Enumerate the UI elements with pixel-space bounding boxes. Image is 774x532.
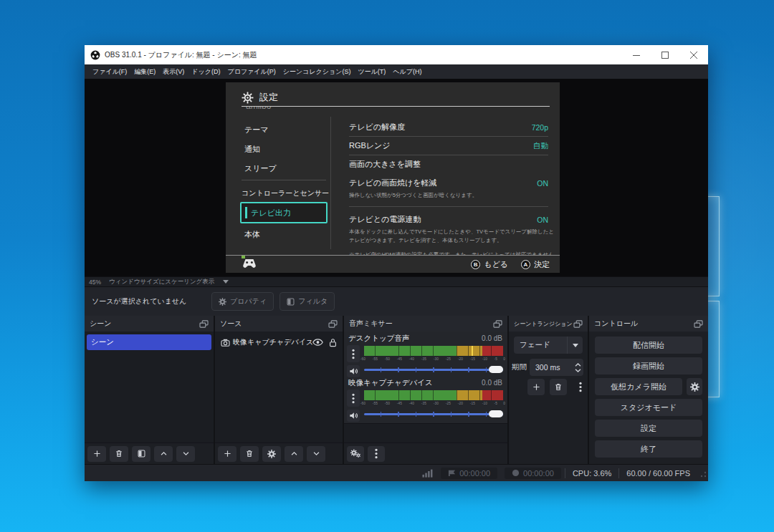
setting-row-rgb[interactable]: RGBレンジ自動: [349, 140, 548, 151]
move-source-up-button[interactable]: [285, 446, 303, 462]
meter-tick-label: -35: [421, 402, 426, 405]
setting-row-burnin[interactable]: テレビの画面焼けを軽減ON: [349, 178, 548, 188]
move-scene-up-button[interactable]: [154, 446, 173, 462]
meter-tick-label: -10: [482, 402, 487, 405]
menu-tools[interactable]: ツール(T): [354, 67, 389, 77]
lock-icon[interactable]: [329, 338, 337, 347]
mixer-menu-button[interactable]: [368, 446, 385, 462]
b-button-icon: B: [471, 260, 480, 269]
scene-filters-button[interactable]: [132, 446, 150, 462]
add-transition-button[interactable]: [527, 379, 545, 395]
sidebar-item-system[interactable]: 本体: [244, 229, 260, 240]
meter-tick-label: -25: [446, 402, 451, 405]
start-streaming-button[interactable]: 配信開始: [595, 337, 702, 354]
sidebar-item-sleep[interactable]: スリープ: [244, 163, 277, 174]
resize-grip[interactable]: [697, 468, 707, 478]
setting-row-screen-size[interactable]: 画面の大きさを調整: [349, 159, 548, 170]
dock-title: ソース: [220, 319, 328, 329]
start-virtual-camera-button[interactable]: 仮想カメラ開始: [595, 378, 682, 395]
move-source-down-button[interactable]: [307, 446, 325, 462]
controls-dock-header[interactable]: コントロール: [589, 316, 708, 332]
setting-note: 操作しない状態が5分つづくと画面が暗くなります。: [349, 191, 554, 199]
remove-transition-button[interactable]: [550, 379, 567, 395]
sidebar-item-controllers[interactable]: コントローラーとセンサー: [242, 188, 329, 198]
zoom-level[interactable]: 45%: [89, 279, 101, 286]
setting-row-resolution[interactable]: テレビの解像度720p: [349, 122, 548, 132]
properties-button[interactable]: プロパティ: [211, 292, 274, 311]
meter-tick-label: -35: [421, 357, 426, 361]
remove-source-button[interactable]: [240, 446, 259, 462]
transition-menu-button[interactable]: [572, 379, 589, 395]
scene-list[interactable]: シーン: [85, 332, 214, 442]
source-item[interactable]: 映像キャプチャデバイス: [215, 334, 343, 350]
channel-menu-button[interactable]: [347, 345, 360, 362]
menu-dock[interactable]: ドック(D): [188, 67, 224, 77]
setting-row-power-sync[interactable]: テレビとの電源連動ON: [349, 214, 548, 225]
chevron-down-icon: [567, 337, 583, 354]
menu-view[interactable]: 表示(V): [159, 67, 188, 77]
slider-handle[interactable]: [489, 366, 503, 373]
chevron-down-icon[interactable]: [223, 280, 229, 284]
source-properties-button[interactable]: [262, 446, 281, 462]
menu-edit[interactable]: 編集(E): [130, 67, 159, 77]
divider: [344, 423, 507, 424]
mute-speaker-icon[interactable]: [347, 365, 360, 377]
selection-bar: [245, 207, 247, 218]
advanced-audio-button[interactable]: [347, 446, 364, 462]
video-capture-preview[interactable]: 設定 amiibo テーマ 通知 スリープ コントローラーとセンサー テレビ出力…: [226, 82, 560, 273]
remove-scene-button[interactable]: [110, 446, 128, 462]
meter-tick-label: -15: [470, 357, 475, 361]
volume-slider[interactable]: [364, 410, 503, 418]
mixer-dock-header[interactable]: 音声ミキサー: [344, 316, 507, 332]
menu-help[interactable]: ヘルプ(H): [389, 67, 425, 77]
add-scene-button[interactable]: [87, 446, 106, 462]
scenes-dock: シーン シーン: [85, 316, 214, 464]
popout-icon[interactable]: [199, 320, 209, 328]
scenes-dock-header[interactable]: シーン: [85, 316, 214, 332]
start-recording-button[interactable]: 録画開始: [595, 357, 702, 374]
mute-speaker-icon[interactable]: [347, 410, 360, 422]
switch-footer: B もどる A 決定: [226, 256, 560, 273]
maximize-button[interactable]: [651, 45, 679, 64]
sidebar-item-theme[interactable]: テーマ: [244, 125, 269, 135]
a-button-icon: A: [521, 260, 530, 269]
duration-spinbox[interactable]: 300 ms: [530, 359, 583, 376]
spin-arrows[interactable]: [572, 359, 583, 376]
menu-scene-collection[interactable]: シーンコレクション(S): [280, 67, 355, 77]
menu-profile[interactable]: プロファイル(P): [224, 67, 279, 77]
controller-icon: [242, 258, 257, 269]
channel-name: デスクトップ音声: [348, 334, 409, 344]
preview-area[interactable]: 設定 amiibo テーマ 通知 スリープ コントローラーとセンサー テレビ出力…: [85, 79, 708, 276]
transition-type-select[interactable]: フェード: [514, 337, 583, 354]
minimize-button[interactable]: [622, 45, 651, 64]
scene-transitions-dock: シーントランジション フェード 期間 300 ms: [509, 316, 588, 464]
source-list[interactable]: 映像キャプチャデバイス: [215, 332, 343, 442]
virtual-camera-settings-button[interactable]: [687, 378, 702, 395]
channel-menu-button[interactable]: [347, 390, 360, 407]
ok-hint: A 決定: [521, 259, 550, 270]
visibility-eye-icon[interactable]: [312, 339, 323, 346]
add-source-button[interactable]: [218, 446, 236, 462]
slider-handle[interactable]: [489, 410, 503, 417]
close-button[interactable]: [679, 45, 708, 64]
titlebar[interactable]: OBS 31.0.1 - プロファイル: 無題 - シーン: 無題: [85, 45, 708, 64]
menu-file[interactable]: ファイル(F): [89, 67, 130, 77]
popout-icon[interactable]: [694, 320, 703, 328]
filters-button[interactable]: フィルタ: [280, 292, 335, 311]
sources-dock-header[interactable]: ソース: [215, 316, 343, 332]
studio-mode-button[interactable]: スタジオモード: [595, 399, 702, 416]
popout-icon[interactable]: [328, 320, 338, 328]
transitions-dock-header[interactable]: シーントランジション: [509, 316, 588, 332]
exit-button[interactable]: 終了: [595, 440, 702, 458]
popout-icon[interactable]: [493, 320, 502, 328]
scale-mode-label[interactable]: ウィンドウサイズにスケーリング表示: [109, 278, 214, 286]
volume-slider[interactable]: [364, 365, 503, 374]
popout-icon[interactable]: [573, 320, 583, 328]
sidebar-item-notifications[interactable]: 通知: [244, 144, 260, 155]
menubar: ファイル(F) 編集(E) 表示(V) ドック(D) プロファイル(P) シーン…: [85, 64, 708, 79]
scene-item-selected[interactable]: シーン: [87, 334, 211, 350]
sidebar-item-tv-output-selected[interactable]: テレビ出力: [240, 202, 328, 223]
move-scene-down-button[interactable]: [176, 446, 195, 462]
settings-button[interactable]: 設定: [595, 420, 702, 437]
statusbar: 00:00:00 00:00:00 CPU: 3.6% 60.00 / 60.0…: [85, 464, 708, 481]
